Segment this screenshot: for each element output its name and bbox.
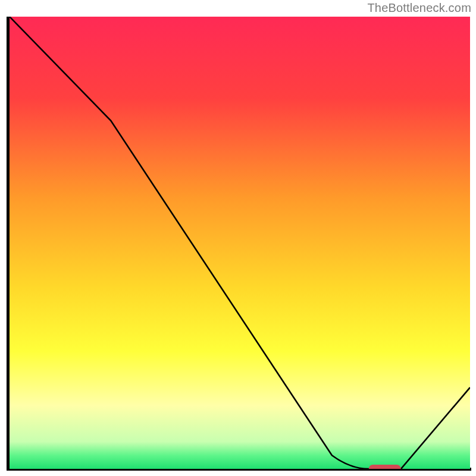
watermark-text: TheBottleneck.com — [367, 1, 471, 15]
gradient-background — [10, 17, 470, 469]
optimal-range-marker — [369, 465, 401, 469]
bottleneck-chart — [10, 17, 470, 469]
